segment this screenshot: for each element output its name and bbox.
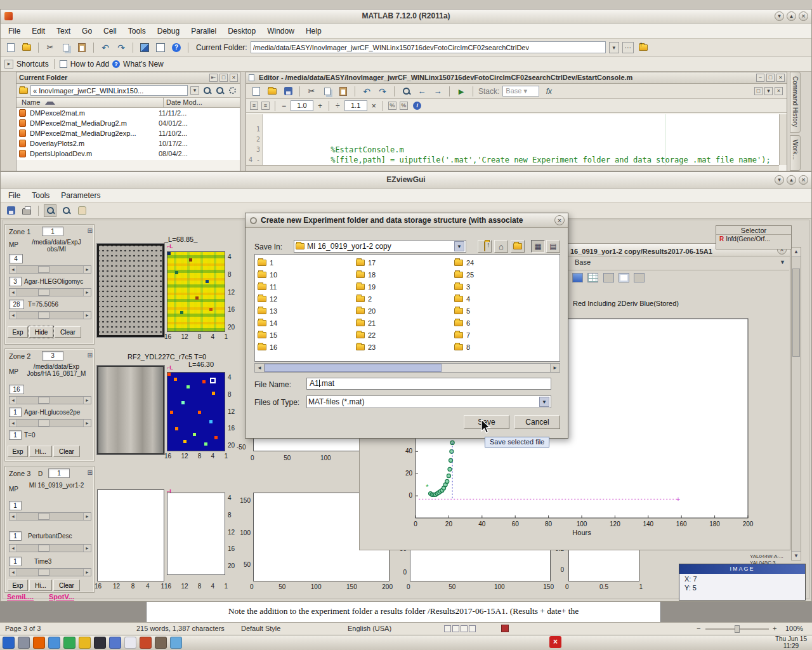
options-icon[interactable] [603, 273, 614, 282]
folder-item[interactable]: 19 [356, 281, 454, 293]
app-icon[interactable] [140, 637, 152, 649]
zoom-out-icon[interactable] [60, 204, 72, 217]
zone1-slider-2[interactable] [9, 288, 91, 296]
menu-item[interactable]: Go [82, 27, 92, 36]
percent-icon[interactable]: % [388, 102, 396, 110]
menu-item[interactable]: Tools [128, 27, 146, 36]
code-line[interactable]: 4 - global openExpfile [246, 145, 779, 155]
slider-right-arrow[interactable] [83, 397, 91, 404]
ezviewgui-vscrollbar[interactable]: ▲ ▼ [791, 247, 801, 560]
slider-right-arrow[interactable] [83, 266, 91, 273]
slider-right-arrow[interactable] [83, 569, 91, 576]
slider-track[interactable] [17, 545, 83, 552]
settings-icon[interactable] [634, 273, 645, 282]
writer-page[interactable]: Note the addition to the experiment fold… [146, 602, 661, 622]
shade-button[interactable] [775, 175, 784, 185]
scroll-track[interactable] [792, 256, 801, 551]
folder-item[interactable]: 17 [356, 256, 454, 269]
slider-right-arrow[interactable] [83, 545, 91, 552]
zone1-slider-1[interactable] [9, 265, 91, 274]
dialog-titlebar[interactable]: Create new Experiment folder and data st… [246, 213, 568, 228]
menu-item[interactable]: Desktop [228, 27, 256, 36]
book-icon[interactable] [501, 625, 509, 632]
close-editor-icon[interactable] [775, 87, 783, 95]
grid-icon[interactable] [88, 469, 93, 476]
code-editor[interactable]: 1 2 %EstartConsole.m 3 %[file,path] = ui… [246, 114, 779, 165]
folder-item[interactable]: 8 [454, 341, 553, 353]
zoom-slider-thumb[interactable] [735, 625, 740, 633]
paste-icon[interactable] [337, 85, 350, 98]
search-icon[interactable] [202, 86, 212, 96]
zone3-row-spinner[interactable]: 1 [9, 501, 22, 510]
cut-icon[interactable] [305, 85, 318, 98]
folder-item[interactable]: 18 [356, 269, 454, 281]
zone1-row-spinner[interactable]: 4 [9, 254, 23, 263]
new-folder-icon[interactable] [511, 240, 525, 253]
app-icon[interactable] [109, 637, 121, 649]
editor-vscrollbar[interactable] [779, 114, 787, 165]
shade-button[interactable] [775, 11, 784, 21]
app-icon[interactable] [170, 637, 182, 649]
undock-panel-icon[interactable] [766, 74, 775, 82]
paste-icon[interactable] [75, 41, 88, 54]
menu-item[interactable]: File [8, 191, 20, 200]
layout-icon[interactable] [754, 87, 763, 95]
file-name-input[interactable]: A1.mat [306, 378, 551, 390]
slider-thumb[interactable] [38, 266, 49, 273]
slider-thumb[interactable] [38, 312, 49, 319]
folder-item[interactable]: 16 [258, 341, 356, 353]
column-name[interactable]: Name [16, 98, 164, 107]
app-icon[interactable] [33, 637, 45, 649]
file-row[interactable]: DpertsUploadDev.m 08/04/2... [16, 149, 240, 159]
slider-left-arrow[interactable] [10, 397, 17, 404]
menu-item[interactable]: File [8, 27, 20, 36]
copy-icon[interactable] [321, 85, 334, 98]
minimize-panel-icon[interactable] [756, 74, 764, 82]
help-icon[interactable] [170, 41, 183, 54]
menu-item[interactable]: Window [267, 27, 294, 36]
slider-thumb[interactable] [38, 289, 49, 296]
close-panel-icon[interactable] [230, 74, 238, 82]
print-icon[interactable] [20, 204, 33, 217]
selector-row[interactable]: RInfd(Gene/Orf... [716, 234, 791, 243]
chevron-down-icon[interactable]: ▼ [780, 259, 785, 265]
run-icon[interactable] [455, 85, 468, 98]
paragraph-style[interactable]: Default Style [241, 625, 280, 632]
whats-new-link[interactable]: What's New [112, 60, 164, 69]
folder-item[interactable]: 25 [454, 269, 553, 281]
slider-left-arrow[interactable] [10, 289, 17, 296]
fx-icon[interactable]: fx [542, 85, 555, 98]
zone1-index-spinner[interactable]: 1 [42, 227, 63, 236]
chevron-down-icon[interactable] [539, 397, 549, 407]
slider-right-arrow[interactable] [83, 312, 91, 319]
slider-thumb[interactable] [38, 420, 49, 427]
app-icon[interactable] [3, 637, 15, 649]
maximize-button[interactable] [787, 175, 796, 185]
folder-item[interactable]: 4 [454, 293, 553, 305]
zone2-time-spinner[interactable]: 1 [9, 430, 22, 440]
up-folder-icon[interactable] [637, 41, 650, 54]
pan-icon[interactable] [75, 204, 88, 217]
zone3-slider-1[interactable] [9, 512, 91, 521]
how-to-add-link[interactable]: How to Add [60, 60, 109, 69]
zone2-hide-button[interactable]: Hi... [29, 446, 52, 457]
menu-item[interactable]: Parallel [191, 27, 216, 36]
folder-item[interactable]: 24 [454, 256, 553, 269]
zone3-hide-button[interactable]: Hi... [29, 580, 52, 591]
table-view-icon[interactable] [572, 273, 583, 282]
folder-item[interactable]: 7 [454, 329, 553, 341]
slider-track[interactable] [17, 397, 83, 404]
document-text[interactable]: Note the addition to the experiment fold… [147, 606, 660, 616]
indent-icon[interactable]: ≡ [250, 102, 258, 110]
scroll-down-arrow[interactable]: ▼ [792, 551, 801, 560]
folder-item[interactable]: 21 [356, 317, 454, 329]
app-icon[interactable] [79, 637, 91, 649]
save-in-combobox[interactable]: MI 16_0919_yor1-2 copy [294, 240, 466, 253]
frame-view-icon[interactable] [619, 273, 629, 282]
divide-icon[interactable]: ÷ [334, 102, 341, 110]
slider-right-arrow[interactable] [83, 289, 91, 296]
redo-icon[interactable] [376, 85, 389, 98]
zone3-slider-2[interactable] [9, 544, 91, 552]
grid-icon[interactable] [88, 227, 93, 234]
zone2-index-spinner[interactable]: 3 [42, 351, 63, 361]
